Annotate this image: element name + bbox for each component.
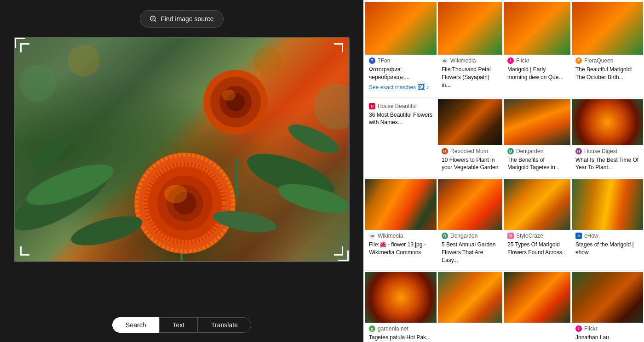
corner-tr	[334, 43, 343, 52]
result-card[interactable]: e eHow Stages of the Marigold | ehow	[572, 179, 643, 268]
card-image	[438, 179, 502, 230]
card-title: The Benefits of Marigold Tagetes in...	[507, 156, 567, 172]
source-favicon: S	[507, 233, 514, 239]
left-panel: Find image source	[0, 0, 363, 342]
svg-point-21	[68, 210, 145, 251]
card-info: 7 7Fon Фотография: чернобривцы,... See e…	[365, 55, 437, 96]
card-image	[365, 2, 437, 55]
card-image	[438, 99, 502, 145]
result-row-4: g gardenia.net Tagetes patula Hot Pak...	[365, 272, 642, 342]
card-image	[504, 179, 570, 230]
source-favicon: g	[369, 325, 375, 332]
card-image	[365, 272, 437, 323]
card-info: S StyleCraze 25 Types Of Marigold Flower…	[504, 230, 570, 261]
results-layout: 7 7Fon Фотография: чернобривцы,... See e…	[363, 0, 644, 342]
source-name: Dengarden	[516, 148, 543, 154]
result-card[interactable]: g gardenia.net Tagetes patula Hot Pak...	[365, 272, 437, 342]
source-row: f Flickr	[507, 57, 567, 64]
tab-search[interactable]: Search	[112, 317, 159, 333]
card-image	[504, 2, 570, 55]
source-name: House Beautiful	[378, 103, 417, 109]
result-card[interactable]	[438, 272, 502, 342]
result-card[interactable]: S StyleCraze 25 Types Of Marigold Flower…	[504, 179, 570, 268]
card-title: The Beautiful Marigold: The October Birt…	[575, 66, 639, 81]
main-image	[15, 38, 349, 261]
find-source-label: Find image source	[161, 15, 213, 23]
svg-point-1	[152, 17, 154, 19]
card-info: D Dengarden The Benefits of Marigold Tag…	[504, 145, 570, 177]
see-exact-matches[interactable]: See exact matches 🖼 ›	[369, 83, 433, 91]
result-card[interactable]: H House Digest What Is The Best Time Of …	[572, 99, 643, 177]
result-row-2: H House Beautiful 36 Most Beautiful Flow…	[365, 99, 642, 177]
card-image	[365, 179, 437, 230]
source-row: S StyleCraze	[507, 233, 567, 239]
source-name: eHow	[584, 233, 598, 239]
card-image	[504, 99, 570, 145]
see-exact-label: See exact matches	[369, 84, 416, 91]
source-favicon: f	[575, 325, 582, 332]
card-title: What Is The Best Time Of Year To Plant..…	[575, 156, 639, 172]
card-info	[438, 323, 502, 330]
card-image	[572, 99, 643, 145]
find-source-button[interactable]: Find image source	[140, 10, 223, 28]
main-image-container	[14, 37, 350, 262]
card-title: File:🌺 - flower 13.jpg - Wikimedia Commo…	[369, 241, 433, 256]
result-card[interactable]: W Wikimedia File:Thousand Petal Flowers …	[438, 2, 502, 96]
source-name: gardenia.net	[378, 325, 408, 332]
source-name: House Digest	[584, 148, 617, 154]
svg-point-15	[164, 185, 187, 203]
card-title: 25 Types Of Marigold Flowers Found Acros…	[507, 241, 567, 256]
card-title: 5 Best Annual Garden Flowers That Are Ea…	[442, 241, 499, 264]
source-favicon: H	[575, 148, 582, 154]
row-divider	[365, 270, 642, 271]
source-favicon: F	[575, 57, 582, 64]
result-card[interactable]: F FloraQueen The Beautiful Marigold: The…	[572, 2, 643, 96]
card-info: f Flickr Marigold | Early morning dew on…	[504, 55, 570, 86]
source-name: Wikimedia	[378, 233, 403, 239]
result-card[interactable]: W Wikimedia File:🌺 - flower 13.jpg - Wik…	[365, 179, 437, 268]
card-image	[572, 272, 643, 323]
result-card[interactable]: H House Beautiful 36 Most Beautiful Flow…	[365, 99, 437, 177]
card-info: F FloraQueen The Beautiful Marigold: The…	[572, 55, 643, 86]
result-card[interactable]: 7 7Fon Фотография: чернобривцы,... See e…	[365, 2, 437, 96]
source-favicon: W	[442, 57, 448, 64]
source-favicon: e	[575, 233, 582, 239]
card-image	[438, 272, 502, 323]
card-info: W Wikimedia File:🌺 - flower 13.jpg - Wik…	[365, 230, 437, 261]
source-row: 7 7Fon	[369, 57, 433, 64]
source-row: f Flickr	[575, 325, 639, 332]
result-card[interactable]: f Flickr Marigold | Early morning dew on…	[504, 2, 570, 96]
source-name: Dengarden	[450, 233, 477, 239]
source-favicon: D	[442, 233, 448, 239]
card-title: File:Thousand Petal Flowers (Sayapatri) …	[442, 66, 499, 89]
svg-point-23	[29, 131, 75, 174]
chevron-right-icon: ›	[427, 84, 429, 91]
source-favicon: W	[369, 233, 375, 239]
see-exact-icon: 🖼	[418, 83, 425, 91]
source-favicon: 7	[369, 57, 375, 64]
source-row: W Wikimedia	[442, 57, 499, 64]
card-image	[504, 272, 570, 323]
source-row: H House Beautiful	[369, 103, 433, 109]
source-name: Rebooted Mom	[450, 148, 488, 154]
tab-text[interactable]: Text	[159, 317, 198, 333]
source-row: F FloraQueen	[575, 57, 639, 64]
result-card[interactable]	[504, 272, 570, 342]
result-card[interactable]: f Flickr Jonathan Lau Photography | Flic…	[572, 272, 643, 342]
row-divider	[365, 177, 642, 178]
svg-point-27	[254, 47, 282, 74]
result-card[interactable]: D Dengarden 5 Best Annual Garden Flowers…	[438, 179, 502, 268]
tab-translate[interactable]: Translate	[198, 317, 251, 333]
card-title: Фотография: чернобривцы,...	[369, 66, 433, 81]
result-card[interactable]: R Rebooted Mom 10 Flowers to Plant in yo…	[438, 99, 502, 177]
source-name: StyleCraze	[516, 233, 543, 239]
card-title: Jonathan Lau Photography | Flickr	[575, 334, 639, 342]
result-row-3: W Wikimedia File:🌺 - flower 13.jpg - Wik…	[365, 179, 642, 268]
svg-point-28	[68, 45, 100, 77]
source-name: Flickr	[584, 325, 598, 332]
result-card[interactable]: D Dengarden The Benefits of Marigold Tag…	[504, 99, 570, 177]
card-info: f Flickr Jonathan Lau Photography | Flic…	[572, 323, 643, 342]
right-panel: 7 7Fon Фотография: чернобривцы,... See e…	[363, 0, 644, 342]
source-row: g gardenia.net	[369, 325, 433, 332]
svg-point-26	[314, 84, 349, 130]
